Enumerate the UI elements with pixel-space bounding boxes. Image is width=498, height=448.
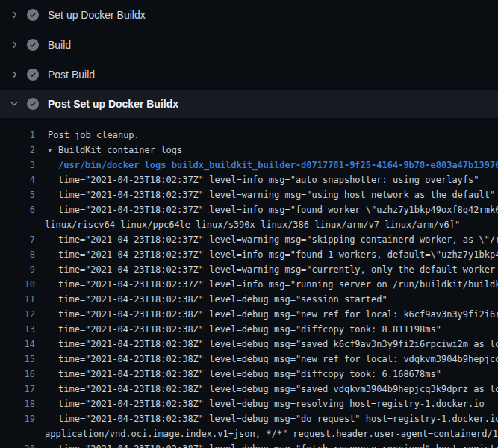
log-line: 10time="2021-04-23T18:02:37Z" level=info…	[0, 277, 498, 292]
line-number[interactable]: 8	[0, 247, 35, 262]
step-label: Build	[48, 39, 71, 51]
log-line: 6time="2021-04-23T18:02:37Z" level=info …	[0, 202, 498, 217]
line-number[interactable]: 12	[0, 307, 35, 322]
log-line: 9time="2021-04-23T18:02:37Z" level=warni…	[0, 262, 498, 277]
log-line-continuation: linux/riscv64 linux/ppc64le linux/s390x …	[0, 217, 498, 232]
log-line: 16time="2021-04-23T18:02:38Z" level=debu…	[0, 367, 498, 382]
line-number[interactable]: 14	[0, 337, 35, 352]
line-number[interactable]: 7	[0, 232, 35, 247]
log-text: time="2021-04-23T18:02:37Z" level=info m…	[58, 277, 498, 292]
log-text: time="2021-04-23T18:02:38Z" level=debug …	[58, 396, 485, 411]
log-text: time="2021-04-23T18:02:38Z" level=debug …	[58, 307, 498, 322]
log-text: time="2021-04-23T18:02:37Z" level=warnin…	[58, 262, 498, 277]
line-number[interactable]: 11	[0, 292, 35, 307]
step-label: Set up Docker Buildx	[48, 9, 146, 21]
log-text: time="2021-04-23T18:02:38Z" level=debug …	[58, 337, 498, 352]
log-text: time="2021-04-23T18:02:37Z" level=info m…	[58, 172, 479, 187]
log-text: time="2021-04-23T18:02:37Z" level=info m…	[58, 202, 498, 217]
log-text: Post job cleanup.	[48, 128, 140, 143]
log-line: 20time="2021-04-23T18:02:38Z" level=debu…	[0, 441, 498, 448]
line-number[interactable]: 3	[0, 158, 35, 172]
line-number[interactable]: 20	[0, 441, 35, 448]
log-line: 17time="2021-04-23T18:02:38Z" level=debu…	[0, 382, 498, 396]
log-text: time="2021-04-23T18:02:38Z" level=debug …	[58, 382, 498, 396]
collapse-caret-icon[interactable]: ▼	[48, 143, 58, 158]
log-line: 7time="2021-04-23T18:02:37Z" level=warni…	[0, 232, 498, 247]
step-row-set-up-docker-buildx[interactable]: Set up Docker Buildx	[0, 0, 498, 30]
chevron-right-icon	[9, 69, 19, 80]
log-text: time="2021-04-23T18:02:37Z" level=info m…	[58, 247, 498, 262]
log-line: 8time="2021-04-23T18:02:37Z" level=info …	[0, 247, 498, 262]
log-line: 12time="2021-04-23T18:02:38Z" level=debu…	[0, 307, 498, 322]
log-text: linux/riscv64 linux/ppc64le linux/s390x …	[45, 217, 460, 232]
line-number[interactable]: 10	[0, 277, 35, 292]
log-line: 5time="2021-04-23T18:02:37Z" level=warni…	[0, 187, 498, 202]
line-number[interactable]: 19	[0, 411, 35, 426]
log-line: 18time="2021-04-23T18:02:38Z" level=debu…	[0, 396, 498, 411]
chevron-right-icon	[9, 40, 19, 50]
log-line-continuation: application/vnd.oci.image.index.v1+json,…	[0, 426, 498, 441]
log-line: 1Post job cleanup.	[0, 128, 498, 143]
log-text: time="2021-04-23T18:02:37Z" level=warnin…	[58, 187, 495, 202]
check-circle-icon	[27, 39, 39, 51]
line-number	[0, 217, 35, 232]
chevron-right-icon	[9, 10, 19, 20]
check-circle-icon	[27, 98, 39, 110]
log-text: application/vnd.oci.image.index.v1+json,…	[45, 426, 498, 441]
log-text: time="2021-04-23T18:02:38Z" level=debug …	[58, 352, 498, 367]
line-number[interactable]: 9	[0, 262, 35, 277]
line-number[interactable]: 16	[0, 367, 35, 382]
check-circle-icon	[27, 69, 39, 81]
line-number[interactable]: 1	[0, 128, 35, 143]
step-row-build[interactable]: Build	[0, 30, 498, 60]
log-line: 2▼BuildKit container logs	[0, 143, 498, 158]
command-text: /usr/bin/docker logs buildx_buildkit_bui…	[58, 158, 498, 172]
line-number[interactable]: 6	[0, 202, 35, 217]
log-line: 19time="2021-04-23T18:02:38Z" level=debu…	[0, 411, 498, 426]
step-row-post-build[interactable]: Post Build	[0, 60, 498, 90]
line-number[interactable]: 17	[0, 382, 35, 396]
line-number[interactable]: 5	[0, 187, 35, 202]
steps-list: Set up Docker BuildxBuildPost BuildPost …	[0, 0, 498, 118]
log-group-label[interactable]: BuildKit container logs	[58, 143, 182, 158]
log-line: 4time="2021-04-23T18:02:37Z" level=info …	[0, 172, 498, 187]
workflow-log-panel: Set up Docker BuildxBuildPost BuildPost …	[0, 0, 498, 448]
log-line: 11time="2021-04-23T18:02:38Z" level=debu…	[0, 292, 498, 307]
log-text: time="2021-04-23T18:02:38Z" level=debug …	[58, 322, 441, 337]
chevron-down-icon	[9, 99, 19, 109]
log-area: 1Post job cleanup.2▼BuildKit container l…	[0, 118, 498, 448]
log-text: time="2021-04-23T18:02:38Z" level=debug …	[58, 292, 387, 307]
line-number	[0, 426, 35, 441]
line-number[interactable]: 18	[0, 396, 35, 411]
log-text: time="2021-04-23T18:02:38Z" level=debug …	[58, 367, 441, 382]
line-number[interactable]: 2	[0, 143, 35, 158]
log-text: time="2021-04-23T18:02:38Z" level=debug …	[58, 441, 498, 448]
step-label: Post Set up Docker Buildx	[48, 98, 178, 110]
line-number[interactable]: 4	[0, 172, 35, 187]
step-row-post-set-up-docker-buildx[interactable]: Post Set up Docker Buildx	[0, 90, 498, 118]
log-line: 15time="2021-04-23T18:02:38Z" level=debu…	[0, 352, 498, 367]
line-number[interactable]: 15	[0, 352, 35, 367]
log-line: 3/usr/bin/docker logs buildx_buildkit_bu…	[0, 158, 498, 172]
check-circle-icon	[27, 9, 39, 21]
log-text: time="2021-04-23T18:02:37Z" level=warnin…	[58, 232, 498, 247]
log-line: 14time="2021-04-23T18:02:38Z" level=debu…	[0, 337, 498, 352]
line-number[interactable]: 13	[0, 322, 35, 337]
step-label: Post Build	[48, 69, 95, 81]
log-text: time="2021-04-23T18:02:38Z" level=debug …	[58, 411, 498, 426]
log-line: 13time="2021-04-23T18:02:38Z" level=debu…	[0, 322, 498, 337]
